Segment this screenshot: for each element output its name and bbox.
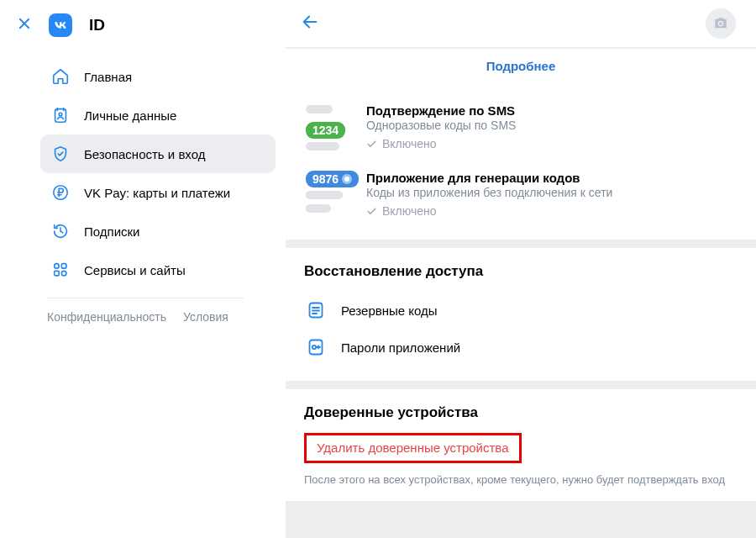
sidebar-footer: Конфиденциальность Условия (0, 310, 286, 324)
row-app-passwords[interactable]: Пароли приложений (304, 329, 738, 366)
row-label: Резервные коды (341, 303, 438, 318)
card-methods: Подробнее 1234 Подтверждение по SMS Одно… (286, 49, 756, 240)
method-title: Подтверждение по SMS (366, 103, 738, 118)
svg-rect-7 (55, 271, 60, 276)
checkmark-icon (366, 139, 377, 150)
back-icon[interactable] (301, 13, 319, 34)
method-subtitle: Коды из приложения без подключения к сет… (366, 186, 738, 199)
subscriptions-icon (50, 221, 71, 241)
sidebar-item-subscriptions[interactable]: Подписки (40, 212, 276, 251)
close-icon[interactable] (17, 16, 32, 34)
sidebar-item-label: Личные данные (84, 108, 176, 123)
divider (47, 298, 244, 298)
method-status: Включено (366, 137, 738, 150)
method-title: Приложение для генерации кодов (366, 171, 738, 185)
services-icon (50, 260, 71, 280)
backup-codes-icon (304, 298, 328, 322)
sidebar-item-vkpay[interactable]: VK Pay: карты и платежи (40, 173, 276, 212)
card-trusted-devices: Доверенные устройства Удалить доверенные… (286, 389, 756, 501)
sidebar-item-label: VK Pay: карты и платежи (84, 186, 230, 200)
row-label: Пароли приложений (341, 340, 460, 355)
main-header (286, 0, 756, 47)
section-title: Доверенные устройства (304, 404, 738, 421)
app-badge-icon: 9876 (304, 171, 353, 219)
method-status: Включено (366, 204, 738, 218)
svg-point-8 (61, 271, 66, 276)
delete-trusted-highlight: Удалить доверенные устройства (304, 433, 522, 463)
sidebar-item-label: Главная (84, 70, 132, 84)
sidebar-item-label: Безопасность и вход (84, 147, 205, 161)
sidebar-item-services[interactable]: Сервисы и сайты (40, 251, 276, 289)
vk-logo (49, 13, 72, 37)
sidebar-item-personal[interactable]: Личные данные (40, 96, 276, 134)
privacy-link[interactable]: Конфиденциальность (47, 310, 166, 324)
card-recovery: Восстановление доступа Резервные коды Па… (286, 248, 756, 381)
terms-link[interactable]: Условия (183, 310, 228, 324)
sidebar-item-label: Подписки (84, 224, 140, 239)
sidebar-item-label: Сервисы и сайты (84, 263, 186, 277)
method-codegen-app[interactable]: 9876 Приложение для генерации кодов Коды… (304, 164, 738, 224)
sidebar: ID Главная Личные данные Безопасность и … (0, 0, 286, 538)
home-icon (50, 66, 71, 87)
svg-rect-6 (61, 264, 66, 269)
sidebar-item-security[interactable]: Безопасность и вход (40, 134, 276, 173)
sms-badge-icon: 1234 (304, 103, 353, 152)
app-passwords-icon (304, 335, 328, 359)
ruble-icon (50, 182, 71, 203)
sidebar-nav: Главная Личные данные Безопасность и вхо… (0, 52, 286, 289)
row-backup-codes[interactable]: Резервные коды (304, 292, 738, 329)
sidebar-item-home[interactable]: Главная (40, 57, 276, 96)
method-sms[interactable]: 1234 Подтверждение по SMS Одноразовые ко… (304, 97, 738, 157)
shield-icon (50, 144, 71, 164)
main-column: Подробнее 1234 Подтверждение по SMS Одно… (286, 0, 756, 538)
section-title: Восстановление доступа (304, 263, 738, 280)
svg-point-5 (55, 264, 60, 269)
avatar[interactable] (706, 8, 736, 39)
personal-data-icon (50, 105, 71, 125)
checkmark-icon (366, 206, 377, 217)
method-subtitle: Одноразовые коды по SMS (366, 119, 738, 132)
id-label: ID (89, 16, 105, 34)
svg-point-3 (59, 113, 62, 116)
delete-trusted-link[interactable]: Удалить доверенные устройства (317, 440, 509, 455)
trusted-devices-note: После этого на всех устройствах, кроме т… (304, 473, 738, 486)
more-link[interactable]: Подробнее (304, 55, 738, 75)
